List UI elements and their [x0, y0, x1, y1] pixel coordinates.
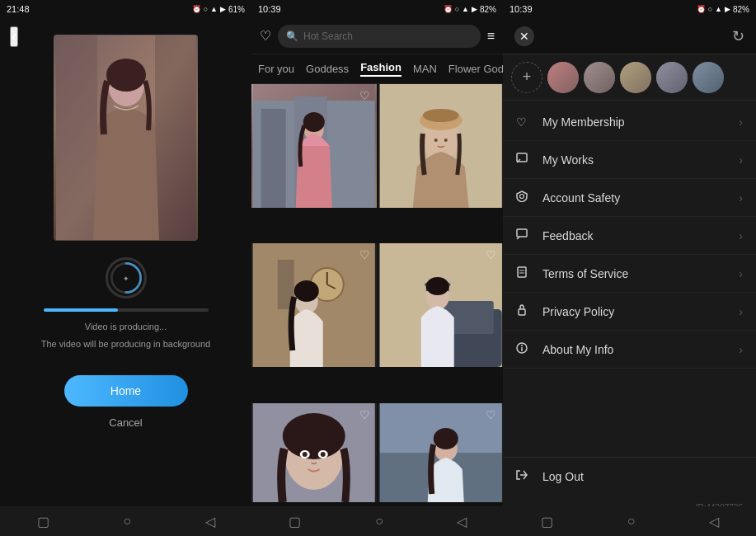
thumbnail-svg [56, 35, 196, 240]
story-avatar-2[interactable] [584, 62, 615, 93]
menu-item-my-membership[interactable]: ♡ My Membership › [503, 104, 756, 141]
menu-items-list: ♡ My Membership › My Works › Account Saf… [503, 101, 756, 457]
nav-back-1[interactable]: ◁ [189, 510, 232, 533]
story-avatar-5[interactable] [693, 62, 724, 93]
nav-square-1[interactable]: ▢ [21, 510, 66, 533]
works-label: My Works [542, 153, 739, 167]
feed-card-5[interactable]: ♡ [251, 403, 377, 502]
feed-card-2[interactable] [378, 84, 504, 208]
terms-icon [516, 266, 534, 280]
category-tabs: For you Goddess Fashion MAN Flower Gods … [251, 54, 503, 84]
feed-card-1[interactable]: ♡ [251, 84, 377, 208]
feed-card-3[interactable]: ♡ [251, 243, 377, 367]
circular-progress-indicator: ✦ [106, 257, 147, 299]
search-placeholder-text: Hot Search [303, 31, 353, 42]
works-icon [516, 153, 534, 167]
menu-item-terms[interactable]: Terms of Service › [503, 255, 756, 293]
tab-flower-gods[interactable]: Flower Gods [448, 63, 503, 75]
privacy-label: Privacy Policy [542, 305, 739, 318]
status-bar-mid: 10:39 ⏰○▲▶ 82% [251, 0, 503, 18]
nav-circle-3[interactable]: ○ [611, 510, 652, 532]
status-icons-left: ⏰○▲▶ 61% [192, 5, 245, 14]
logout-icon [516, 469, 534, 483]
tab-goddess[interactable]: Goddess [306, 63, 349, 75]
feed-card-4[interactable]: ♡ [378, 243, 504, 367]
menu-panel: ✕ ↻ + ♡ My Membership › [503, 18, 756, 536]
menu-item-about[interactable]: About My Info › [503, 331, 756, 369]
story-avatar-1[interactable] [547, 62, 579, 93]
feed-panel: ♡ 🔍 Hot Search ≡ For you Goddess Fashion… [251, 18, 503, 536]
card-heart-6[interactable]: ♡ [486, 408, 496, 421]
nav-square-2[interactable]: ▢ [272, 510, 317, 533]
tab-fashion[interactable]: Fashion [360, 61, 401, 77]
tab-man[interactable]: MAN [413, 63, 437, 75]
account-safety-icon [516, 190, 534, 205]
story-avatar-3[interactable] [620, 62, 651, 93]
card-heart-3: ♡ [359, 248, 370, 261]
video-producing-panel: ‹ [0, 18, 251, 536]
svg-point-4 [106, 59, 146, 92]
logout-section[interactable]: Log Out [503, 457, 756, 495]
nav-square-3[interactable]: ▢ [524, 510, 570, 533]
feedback-arrow: › [739, 229, 743, 242]
home-button[interactable]: Home [64, 375, 188, 407]
membership-arrow: › [739, 115, 743, 129]
about-icon [516, 342, 534, 356]
search-bar[interactable]: 🔍 Hot Search [278, 25, 481, 48]
menu-item-feedback[interactable]: Feedback › [503, 217, 756, 255]
menu-item-my-works[interactable]: My Works › [503, 141, 756, 179]
status-bar: 21:48 ⏰○▲▶ 61% [0, 0, 251, 18]
svg-rect-54 [518, 267, 526, 277]
svg-point-36 [425, 277, 448, 295]
back-button[interactable]: ‹ [10, 26, 18, 47]
feed-card-6[interactable]: ♡ [378, 403, 504, 502]
nav-circle-1[interactable]: ○ [106, 510, 148, 532]
producing-status-subtitle: The video will be producing in backgroun… [41, 337, 210, 351]
svg-point-42 [303, 452, 308, 457]
svg-point-20 [444, 139, 447, 142]
battery-pct-left: 61% [228, 5, 245, 14]
system-nav-bar: ▢ ○ ◁ ▢ ○ ◁ ▢ ○ ◁ [0, 506, 756, 536]
nav-circle-2[interactable]: ○ [359, 510, 400, 532]
search-icon: 🔍 [286, 31, 298, 42]
add-story-button[interactable]: + [511, 62, 542, 93]
svg-point-13 [303, 112, 325, 132]
menu-item-privacy[interactable]: Privacy Policy › [503, 293, 756, 331]
progress-bar-fill [44, 308, 118, 312]
card-heart-4[interactable]: ♡ [486, 248, 496, 261]
nav-back-2[interactable]: ◁ [440, 510, 483, 533]
progress-section: ✦ Video is producing... The video will b… [35, 257, 217, 350]
account-safety-label: Account Safety [542, 191, 739, 205]
svg-rect-52 [517, 229, 527, 237]
story-avatar-4[interactable] [656, 62, 688, 93]
terms-label: Terms of Service [542, 267, 739, 280]
card-heart-5: ♡ [359, 408, 370, 421]
card-heart-1: ♡ [359, 89, 370, 102]
svg-point-18 [422, 109, 458, 122]
cancel-button[interactable]: Cancel [109, 416, 142, 429]
membership-label: My Membership [542, 115, 739, 129]
logout-label: Log Out [542, 470, 584, 483]
privacy-icon [516, 304, 534, 318]
menu-item-account-safety[interactable]: Account Safety › [503, 179, 756, 217]
status-icons-right: ⏰○▲▶ 82% [697, 5, 749, 14]
heart-icon[interactable]: ♡ [260, 28, 271, 44]
feed-grid: ♡ [251, 84, 503, 536]
producing-status-text: Video is producing... [85, 320, 167, 334]
close-button[interactable]: ✕ [514, 26, 534, 46]
terms-arrow: › [739, 267, 743, 280]
svg-point-39 [283, 413, 345, 459]
hamburger-menu-icon[interactable]: ≡ [487, 29, 495, 44]
time-left: 21:48 [7, 4, 30, 14]
svg-text:✦: ✦ [123, 275, 129, 283]
about-label: About My Info [542, 343, 739, 356]
battery-pct-right: 82% [733, 5, 749, 14]
feedback-label: Feedback [542, 229, 739, 242]
nav-back-3[interactable]: ◁ [693, 510, 735, 533]
refresh-button[interactable]: ↻ [732, 27, 744, 45]
works-arrow: › [739, 153, 743, 167]
status-bar-right: 10:39 ⏰○▲▶ 82% [503, 0, 756, 18]
tab-for-you[interactable]: For you [258, 63, 294, 75]
time-right: 10:39 [509, 4, 533, 14]
status-icons-mid: ⏰○▲▶ 82% [444, 5, 496, 14]
